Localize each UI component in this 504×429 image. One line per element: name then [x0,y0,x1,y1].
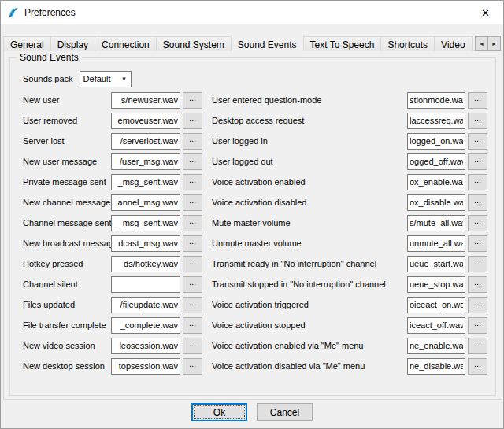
sound-file-input[interactable] [407,194,465,211]
sound-file-input[interactable] [407,235,465,252]
tab-sound-events[interactable]: Sound Events [231,35,304,51]
browse-button[interactable]: ... [183,358,202,375]
sound-file-input[interactable] [407,133,465,150]
sounds-pack-label: Sounds pack [23,74,73,83]
sound-event-row: Voice activation enabled... [212,172,487,192]
sound-file-input[interactable] [407,338,465,354]
browse-button[interactable]: ... [183,215,202,231]
tab-general[interactable]: General [3,36,51,51]
sound-file-input[interactable] [111,297,180,313]
sound-file-input[interactable] [111,338,180,354]
sounds-pack-value: Default [80,74,118,83]
sound-file-input[interactable] [111,92,180,109]
browse-button[interactable]: ... [468,358,487,375]
sound-file-input[interactable] [407,256,465,272]
sound-file-input[interactable] [111,235,180,252]
browse-button[interactable]: ... [183,256,202,272]
sound-event-label: Voice activation disabled via "Me" menu [212,361,407,371]
ok-button[interactable]: Ok [191,403,247,421]
sound-event-row: Channel message sent... [23,213,202,233]
cancel-button[interactable]: Cancel [257,403,313,421]
browse-button[interactable]: ... [183,153,202,170]
sound-event-row: Desktop access request... [212,110,487,131]
sound-file-input[interactable] [111,256,180,272]
browse-button[interactable]: ... [468,113,487,129]
tab-text-to-speech[interactable]: Text To Speech [303,36,382,51]
sound-event-label: Mute master volume [212,218,407,227]
sound-event-label: Voice activation enabled [212,177,407,187]
tab-scroll-right-button[interactable]: ► [487,36,501,51]
sound-event-row: Channel silent... [23,274,202,294]
tab-sound-system[interactable]: Sound System [156,36,232,51]
sound-event-row: New desktop session... [23,356,202,376]
sound-file-input[interactable] [111,317,180,334]
browse-button[interactable]: ... [183,133,202,150]
sound-event-row: Private message sent... [23,172,202,192]
browse-button[interactable]: ... [183,317,202,334]
sound-file-input[interactable] [407,276,465,293]
sound-file-input[interactable] [407,297,465,313]
sound-event-label: Files updated [23,300,111,309]
browse-button[interactable]: ... [468,92,487,109]
close-button[interactable]: ✕ [468,1,503,24]
sound-event-label: New video session [23,341,111,350]
title-bar[interactable]: Preferences ✕ [1,1,503,24]
tab-connection[interactable]: Connection [94,36,157,51]
browse-button[interactable]: ... [468,338,487,354]
browse-button[interactable]: ... [183,194,202,211]
sound-event-label: Hotkey pressed [23,259,111,268]
browse-button[interactable]: ... [468,317,487,334]
browse-button[interactable]: ... [183,235,202,252]
browse-button[interactable]: ... [468,297,487,313]
sound-event-row: New broadcast message... [23,233,202,253]
sound-event-row: User logged out... [212,151,487,172]
sound-event-row: Voice activation triggered... [212,294,487,315]
tab-scroll-control: ◄ ► [475,36,501,51]
browse-button[interactable]: ... [468,256,487,272]
browse-button[interactable]: ... [468,153,487,170]
tab-scroll-left-button[interactable]: ◄ [475,36,488,51]
tab-video[interactable]: Video [434,36,472,51]
sound-file-input[interactable] [407,358,465,375]
browse-button[interactable]: ... [468,276,487,293]
browse-button[interactable]: ... [468,174,487,190]
browse-button[interactable]: ... [183,174,202,190]
sound-file-input[interactable] [111,133,180,150]
sound-file-input[interactable] [111,358,180,375]
browse-button[interactable]: ... [183,113,202,129]
sound-file-input[interactable] [407,92,465,109]
browse-button[interactable]: ... [468,133,487,150]
sound-file-input[interactable] [111,153,180,170]
sound-event-row: Hotkey pressed... [23,253,202,274]
browse-button[interactable]: ... [468,215,487,231]
tab-display[interactable]: Display [50,36,95,51]
browse-button[interactable]: ... [468,194,487,211]
sound-events-list: New user...User removed...Server lost...… [23,90,487,376]
sound-file-input[interactable] [111,215,180,231]
sound-event-label: Server lost [23,136,111,146]
browse-button[interactable]: ... [183,276,202,293]
browse-button[interactable]: ... [183,92,202,109]
sound-events-groupbox: Sound Events Sounds pack Default ▾ New u… [9,57,496,396]
sound-file-input[interactable] [407,113,465,129]
sound-event-row: Voice activation stopped... [212,315,487,335]
browse-button[interactable]: ... [183,297,202,313]
sound-file-input[interactable] [407,174,465,190]
arrow-left-icon: ◄ [479,41,484,46]
browse-button[interactable]: ... [183,338,202,354]
tab-shortcuts[interactable]: Shortcuts [380,36,435,51]
sound-event-row: Transmit ready in "No interruption" chan… [212,253,487,274]
sound-event-row: Transmit stopped in "No interruption" ch… [212,274,487,294]
sounds-pack-dropdown[interactable]: Default ▾ [80,71,132,87]
tab-page-sound-events: Sound Events Sounds pack Default ▾ New u… [3,50,502,400]
sounds-pack-row: Sounds pack Default ▾ [23,69,487,88]
sound-file-input[interactable] [407,215,465,231]
dropdown-arrow-icon: ▾ [118,75,131,83]
sound-file-input[interactable] [407,153,465,170]
sound-file-input[interactable] [111,276,180,293]
sound-file-input[interactable] [111,174,180,190]
sound-file-input[interactable] [111,113,180,129]
sound-file-input[interactable] [111,194,180,211]
sound-file-input[interactable] [407,317,465,334]
browse-button[interactable]: ... [468,235,487,252]
